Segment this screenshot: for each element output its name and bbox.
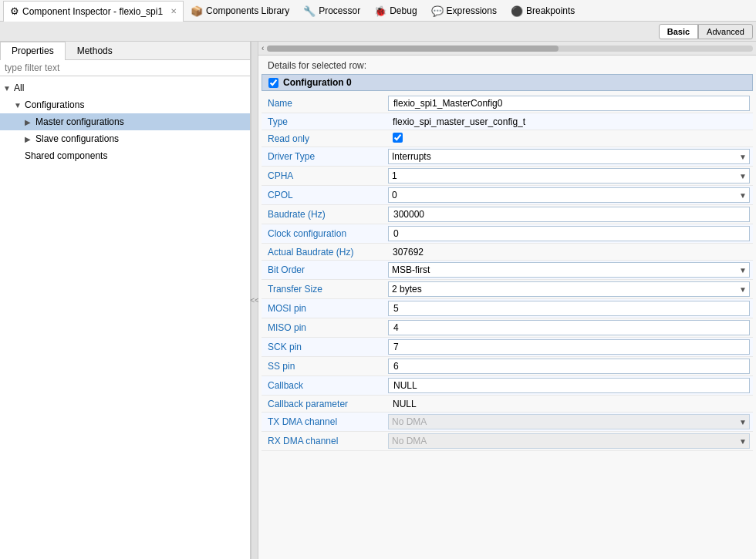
prop-row-ss-pin: SS pin [262, 357, 753, 376]
prop-label-sck-pin: SCK pin [262, 339, 385, 355]
prop-label-driver-type: Driver Type [262, 149, 385, 164]
filter-input[interactable] [0, 60, 250, 76]
prop-label-transfer-size: Transfer Size [262, 281, 385, 297]
expand-configurations-icon: ▼ [14, 101, 23, 109]
right-panel: ‹ Details for selected row: Configuratio… [258, 42, 756, 559]
prop-row-miso-pin: MISO pin [262, 318, 753, 338]
prop-input-mosi-pin[interactable] [388, 301, 750, 316]
prop-label-name: Name [262, 96, 385, 111]
tab-components-library[interactable]: 📦 Components Library [184, 0, 296, 21]
prop-select-bit-order[interactable]: MSB-first LSB-first [388, 262, 750, 278]
prop-label-rx-dma: RX DMA channel [262, 433, 385, 449]
prop-value-mosi-pin [385, 299, 753, 318]
tab-close-component-inspector[interactable]: ✕ [170, 7, 177, 15]
prop-label-clock-config: Clock configuration [262, 226, 385, 241]
prop-label-mosi-pin: MOSI pin [262, 301, 385, 316]
prop-row-clock-config: Clock configuration [262, 224, 753, 244]
scroll-bar-area: ‹ [258, 42, 756, 56]
prop-label-bit-order: Bit Order [262, 262, 385, 278]
prop-value-cpha: 0 1 ▼ [385, 167, 753, 185]
prop-input-baudrate[interactable] [388, 207, 750, 222]
prop-select-tx-dma[interactable]: No DMA [388, 414, 750, 429]
tab-label-breakpoints: Breakpoints [526, 5, 575, 16]
tree-item-slave-configs[interactable]: ▶ Slave configurations [0, 130, 250, 147]
prop-select-rx-dma[interactable]: No DMA [388, 433, 750, 449]
prop-row-driver-type: Driver Type Interrupts DMA Polling ▼ [262, 147, 753, 167]
prop-tabs-bar: Properties Methods [0, 42, 250, 60]
tab-expressions[interactable]: 💬 Expressions [424, 0, 504, 21]
prop-value-transfer-size: 1 byte 2 bytes 4 bytes ▼ [385, 280, 753, 298]
tree-item-configurations[interactable]: ▼ Configurations [0, 96, 250, 113]
tree-item-master-configs[interactable]: ▶ Master configurations [0, 113, 250, 130]
prop-input-ss-pin[interactable] [388, 359, 750, 374]
prop-select-cpha[interactable]: 0 1 [388, 168, 750, 184]
prop-value-callback [385, 376, 753, 395]
config-header-checkbox[interactable] [268, 78, 278, 88]
prop-value-tx-dma: No DMA ▼ [385, 413, 753, 431]
prop-value-cpol: 0 1 ▼ [385, 186, 753, 204]
prop-row-name: Name [262, 94, 753, 113]
prop-row-type: Type flexio_spi_master_user_config_t [262, 113, 753, 130]
prop-value-clock-config [385, 224, 753, 243]
prop-row-mosi-pin: MOSI pin [262, 299, 753, 318]
tab-breakpoints[interactable]: ⚫ Breakpoints [504, 0, 582, 21]
prop-value-bit-order: MSB-first LSB-first ▼ [385, 261, 753, 279]
prop-row-rx-dma: RX DMA channel No DMA ▼ [262, 432, 753, 451]
config-header-title: Configuration 0 [283, 77, 352, 88]
tab-processor[interactable]: 🔧 Processor [296, 0, 367, 21]
tab-methods[interactable]: Methods [66, 42, 124, 59]
prop-select-cpol[interactable]: 0 1 [388, 187, 750, 203]
prop-row-actual-baudrate: Actual Baudrate (Hz) 307692 [262, 244, 753, 261]
tab-label-processor: Processor [319, 5, 360, 16]
prop-value-driver-type: Interrupts DMA Polling ▼ [385, 147, 753, 166]
scroll-track[interactable] [267, 45, 753, 52]
prop-text-type: flexio_spi_master_user_config_t [388, 115, 530, 129]
props-table: Name Type flexio_spi_master_user_config_… [258, 94, 756, 559]
prop-select-driver-type[interactable]: Interrupts DMA Polling [388, 149, 750, 164]
top-tabs-bar: ⚙ Component Inspector - flexio_spi1 ✕ 📦 … [0, 0, 756, 22]
prop-input-callback[interactable] [388, 378, 750, 393]
tab-component-inspector[interactable]: ⚙ Component Inspector - flexio_spi1 ✕ [3, 1, 184, 22]
advanced-mode-button[interactable]: Advanced [698, 24, 753, 39]
basic-mode-button[interactable]: Basic [659, 24, 698, 39]
left-panel: Properties Methods ▼ All ▼ Configuration… [0, 42, 251, 559]
scroll-thumb [267, 45, 559, 52]
tree-label-master-configs: Master configurations [35, 116, 124, 127]
tab-label-debug: Debug [390, 5, 417, 16]
component-inspector-icon: ⚙ [10, 5, 19, 17]
prop-input-sck-pin[interactable] [388, 339, 750, 355]
tab-debug[interactable]: 🐞 Debug [367, 0, 424, 21]
prop-row-cpol: CPOL 0 1 ▼ [262, 186, 753, 205]
prop-text-callback-param: NULL [388, 397, 421, 411]
expand-master-icon: ▶ [25, 118, 34, 126]
prop-input-name[interactable] [388, 96, 750, 111]
prop-label-actual-baudrate: Actual Baudrate (Hz) [262, 244, 385, 260]
prop-value-name [385, 94, 753, 113]
main-area: Properties Methods ▼ All ▼ Configuration… [0, 42, 756, 559]
tree-item-shared-components[interactable]: ▶ Shared components [0, 147, 250, 164]
prop-label-callback-param: Callback parameter [262, 396, 385, 412]
prop-input-clock-config[interactable] [388, 226, 750, 241]
prop-text-actual-baudrate: 307692 [388, 245, 428, 259]
details-label: Details for selected row: [258, 56, 756, 74]
splitter[interactable]: << [251, 42, 258, 559]
prop-label-type: Type [262, 114, 385, 130]
tab-properties[interactable]: Properties [0, 42, 66, 60]
breakpoints-icon: ⚫ [511, 5, 523, 17]
expand-slave-icon: ▶ [25, 135, 34, 143]
prop-row-sck-pin: SCK pin [262, 338, 753, 357]
prop-row-bit-order: Bit Order MSB-first LSB-first ▼ [262, 261, 753, 280]
mode-bar: Basic Advanced [0, 22, 756, 42]
prop-select-transfer-size[interactable]: 1 byte 2 bytes 4 bytes [388, 281, 750, 297]
prop-row-callback-param: Callback parameter NULL [262, 396, 753, 413]
tree-label-all: All [14, 83, 24, 93]
prop-checkbox-readonly[interactable] [393, 133, 403, 143]
prop-row-tx-dma: TX DMA channel No DMA ▼ [262, 413, 753, 432]
debug-icon: 🐞 [374, 5, 386, 17]
prop-value-type: flexio_spi_master_user_config_t [385, 115, 753, 129]
prop-label-callback: Callback [262, 378, 385, 393]
prop-input-miso-pin[interactable] [388, 320, 750, 335]
scroll-chevron-icon[interactable]: ‹ [262, 44, 264, 52]
tab-label-component-inspector: Component Inspector - flexio_spi1 [22, 6, 163, 17]
tree-item-all[interactable]: ▼ All [0, 79, 250, 96]
